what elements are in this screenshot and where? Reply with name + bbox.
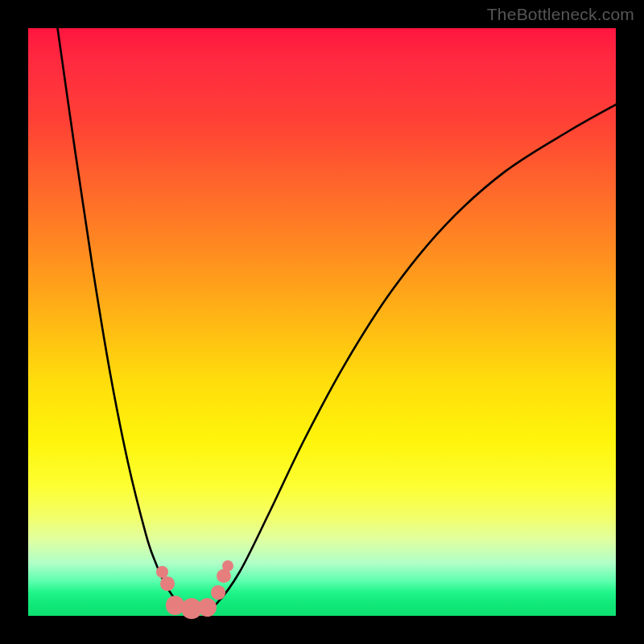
- curve-path: [58, 28, 617, 609]
- watermark-text: TheBottleneck.com: [487, 5, 634, 24]
- chart-stage: TheBottleneck.com: [0, 0, 644, 644]
- optimal-dot: [211, 585, 225, 600]
- bottleneck-curve: [28, 28, 616, 616]
- optimal-dot: [160, 576, 175, 591]
